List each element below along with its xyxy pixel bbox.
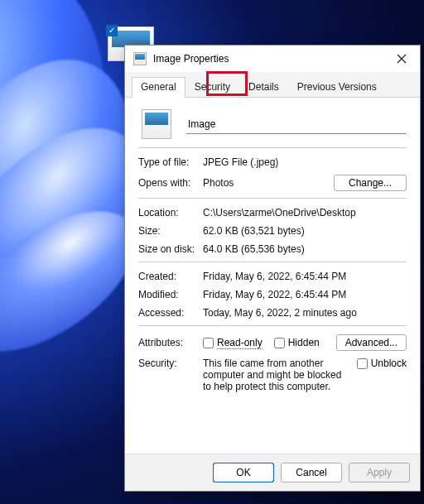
label-location: Location:	[138, 207, 203, 218]
label-size: Size:	[138, 225, 203, 237]
cancel-button[interactable]: Cancel	[281, 463, 342, 482]
label-type-of-file: Type of file:	[138, 156, 203, 168]
unblock-input[interactable]	[357, 358, 368, 369]
close-icon	[397, 54, 407, 64]
tab-strip: General Security Details Previous Versio…	[125, 72, 420, 98]
label-modified: Modified:	[138, 289, 203, 300]
divider	[138, 262, 407, 262]
properties-body: Type of file: JPEG File (.jpeg) Opens wi…	[125, 98, 420, 454]
label-accessed: Accessed:	[138, 307, 203, 319]
read-only-checkbox[interactable]: Read-only	[203, 337, 263, 349]
advanced-button[interactable]: Advanced...	[336, 334, 407, 351]
properties-dialog: Image Properties General Security Detail…	[124, 45, 421, 492]
titlebar-file-icon	[133, 52, 147, 65]
apply-button[interactable]: Apply	[349, 463, 410, 482]
read-only-input[interactable]	[203, 338, 214, 348]
value-security: This file came from another computer and…	[203, 358, 350, 392]
value-modified: Friday, May 6, 2022, 6:45:44 PM	[203, 289, 407, 300]
value-accessed: Today, May 6, 2022, 2 minutes ago	[203, 307, 407, 319]
selected-check-icon: ✓	[106, 25, 118, 36]
tab-general[interactable]: General	[132, 77, 186, 98]
label-size-on-disk: Size on disk:	[138, 243, 203, 255]
window-title: Image Properties	[153, 53, 388, 65]
value-size: 62.0 KB (63,521 bytes)	[203, 225, 407, 237]
value-location: C:\Users\zarme\OneDrive\Desktop	[203, 207, 407, 218]
tab-security[interactable]: Security	[186, 77, 239, 97]
hidden-checkbox[interactable]: Hidden	[274, 337, 320, 348]
unblock-checkbox[interactable]: Unblock	[357, 358, 407, 369]
label-security: Security:	[138, 358, 203, 369]
read-only-label: Read-only	[217, 337, 263, 349]
divider	[138, 198, 407, 199]
tab-previous-versions[interactable]: Previous Versions	[288, 77, 386, 97]
unblock-label: Unblock	[371, 358, 407, 369]
filename-input[interactable]	[186, 115, 407, 134]
ok-button[interactable]: OK	[213, 463, 274, 482]
value-created: Friday, May 6, 2022, 6:45:44 PM	[203, 271, 407, 282]
file-type-icon	[142, 109, 171, 139]
label-created: Created:	[138, 271, 203, 282]
label-attributes: Attributes:	[138, 337, 203, 348]
divider	[138, 147, 407, 148]
close-button[interactable]	[388, 47, 415, 70]
change-button[interactable]: Change...	[334, 175, 407, 191]
dialog-footer: OK Cancel Apply	[125, 454, 420, 491]
hidden-input[interactable]	[274, 338, 285, 348]
hidden-label: Hidden	[288, 337, 320, 348]
value-opens-with: Photos	[203, 177, 234, 189]
tab-details[interactable]: Details	[239, 77, 288, 97]
value-size-on-disk: 64.0 KB (65,536 bytes)	[203, 243, 407, 255]
titlebar: Image Properties	[125, 46, 420, 72]
value-type-of-file: JPEG File (.jpeg)	[203, 156, 407, 168]
divider	[138, 325, 407, 326]
label-opens-with: Opens with:	[138, 177, 203, 189]
